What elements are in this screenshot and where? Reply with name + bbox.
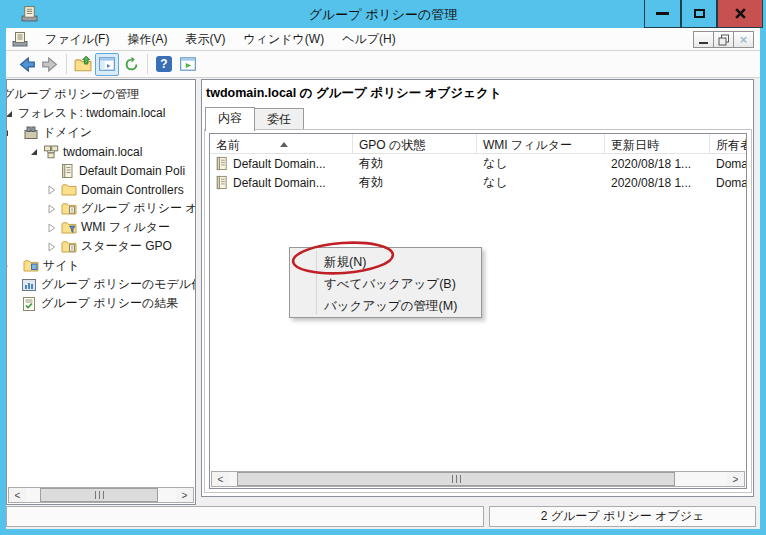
tree-item-modeling[interactable]: グループ ポリシーのモデル作成 [7,275,195,294]
child-minimize-button[interactable] [693,31,714,48]
tree-item-label: ドメイン [43,124,92,141]
collapsed-arrow-icon[interactable] [47,185,57,195]
show-console-tree-button[interactable] [95,53,119,76]
tab-contents[interactable]: 内容 [205,107,255,131]
column-header-owner[interactable]: 所有者 [710,134,747,153]
help-icon: ? [156,56,172,72]
forward-icon [41,55,60,74]
column-header-updated[interactable]: 更新日時 [605,134,710,153]
tree-item-results[interactable]: グループ ポリシーの結果 [7,294,195,313]
collapsed-arrow-icon[interactable] [47,204,57,214]
collapsed-arrow-icon[interactable] [6,261,10,271]
cell-updated: 2020/08/18 1... [605,157,710,171]
scrollbar-thumb[interactable] [40,488,158,502]
menu-file[interactable]: ファイル(F) [36,28,118,51]
tree-item-label: スターター GPO [81,238,172,255]
gpo-folder-icon [61,201,77,217]
scrollbar-thumb[interactable] [237,472,675,486]
list-horizontal-scrollbar[interactable]: < > [211,471,745,487]
scroll-left-arrow-icon[interactable]: < [9,488,26,502]
toolbar: ? [6,51,760,78]
cell-owner: Doma [710,157,747,171]
tree-item-wmi-filters[interactable]: WMI フィルター [7,218,195,237]
column-header-wmi-filter[interactable]: WMI フィルター [477,134,605,153]
tree-item-sites[interactable]: サイト [7,256,195,275]
tree-item-label: グループ ポリシー オブジェ [81,200,196,217]
forward-button[interactable] [38,53,62,76]
scrollbar-track[interactable] [229,472,727,486]
child-restore-button[interactable] [713,31,734,48]
scroll-right-arrow-icon[interactable]: > [176,488,193,502]
menu-action[interactable]: 操作(A) [118,28,176,51]
tree-item-gpo-container[interactable]: グループ ポリシー オブジェ [7,199,195,218]
child-window-icon[interactable] [12,31,28,47]
show-console-tree-icon [98,55,116,73]
cell-updated: 2020/08/18 1... [605,176,710,190]
close-icon: × [740,33,748,46]
tree-item-domains[interactable]: ドメイン [7,123,195,142]
show-action-pane-icon [179,55,197,73]
export-folder-button[interactable] [71,53,95,76]
close-button[interactable] [717,0,763,28]
context-menu-item-backup-all[interactable]: すべてバックアップ(B) [290,273,481,295]
minimize-icon [656,12,669,15]
sites-folder-icon [23,258,39,274]
context-menu-item-manage-backups[interactable]: バックアップの管理(M) [290,295,481,317]
cell-owner: Doma [710,176,747,190]
tree-item-twdomain[interactable]: twdomain.local [7,142,195,161]
tree-item-label: グループ ポリシーの管理 [6,86,139,103]
domains-icon [23,125,39,141]
refresh-icon [123,56,140,73]
child-close-button[interactable]: × [733,31,754,48]
cell-wmi-filter: なし [477,174,605,191]
expanded-arrow-icon[interactable] [6,109,14,119]
tree-horizontal-scrollbar[interactable]: < > [8,487,194,503]
table-row[interactable]: Default Domain... 有効 なし 2020/08/18 1... … [210,154,746,173]
collapsed-arrow-icon[interactable] [47,242,57,252]
tree-item-label: フォレスト: twdomain.local [18,105,165,122]
tree-item-root[interactable]: グループ ポリシーの管理 [7,85,195,104]
collapsed-arrow-icon[interactable] [47,223,57,233]
export-folder-icon [74,55,92,73]
menu-window[interactable]: ウィンドウ(W) [234,28,333,51]
expanded-arrow-icon[interactable] [29,147,39,157]
menu-view[interactable]: 表示(V) [176,28,234,51]
wmi-folder-icon [61,220,77,236]
menu-help[interactable]: ヘルプ(H) [333,28,405,51]
tree-item-label: twdomain.local [63,145,142,159]
tree-item-label: グループ ポリシーのモデル作成 [41,276,196,293]
toolbar-separator [147,54,148,74]
scrollbar-track[interactable] [26,488,176,502]
refresh-button[interactable] [119,53,143,76]
cell-gpo-status: 有効 [353,174,477,191]
tree-item-label: WMI フィルター [81,219,170,236]
tree-item-starter-gpo[interactable]: スターター GPO [7,237,195,256]
tab-delegation[interactable]: 委任 [254,108,304,130]
cell-name: Default Domain... [233,176,326,190]
console-tree-pane: グループ ポリシーの管理 フォレスト: twdomain.local ドメイン … [6,79,196,505]
list-header: 名前 GPO の状態 WMI フィルター 更新日時 所有者 [210,134,746,154]
expanded-arrow-icon[interactable] [6,128,10,138]
tree-item-default-domain-policy[interactable]: Default Domain Poli [7,161,195,180]
status-bar: 2 グループ ポリシー オブジェ [6,506,756,527]
table-row[interactable]: Default Domain... 有効 なし 2020/08/18 1... … [210,173,746,192]
folder-icon [61,182,77,198]
restore-icon [718,34,730,46]
maximize-button[interactable] [681,0,717,28]
starter-gpo-folder-icon [61,239,77,255]
scroll-right-arrow-icon[interactable]: > [727,472,744,486]
close-icon [734,7,747,20]
tree-item-domain-controllers[interactable]: Domain Controllers [7,180,195,199]
back-button[interactable] [14,53,38,76]
column-header-name[interactable]: 名前 [210,134,353,153]
toolbar-separator [66,54,67,74]
menu-bar: ファイル(F) 操作(A) 表示(V) ウィンドウ(W) ヘルプ(H) × [6,28,760,51]
minimize-button[interactable] [644,0,681,28]
context-menu-item-new[interactable]: 新規(N) [290,251,481,273]
help-button[interactable]: ? [152,53,176,76]
show-action-pane-button[interactable] [176,53,200,76]
title-bar[interactable]: グループ ポリシーの管理 [0,0,766,28]
tree-item-forest[interactable]: フォレスト: twdomain.local [7,104,195,123]
column-header-gpo-status[interactable]: GPO の状態 [353,134,477,153]
scroll-left-arrow-icon[interactable]: < [212,472,229,486]
